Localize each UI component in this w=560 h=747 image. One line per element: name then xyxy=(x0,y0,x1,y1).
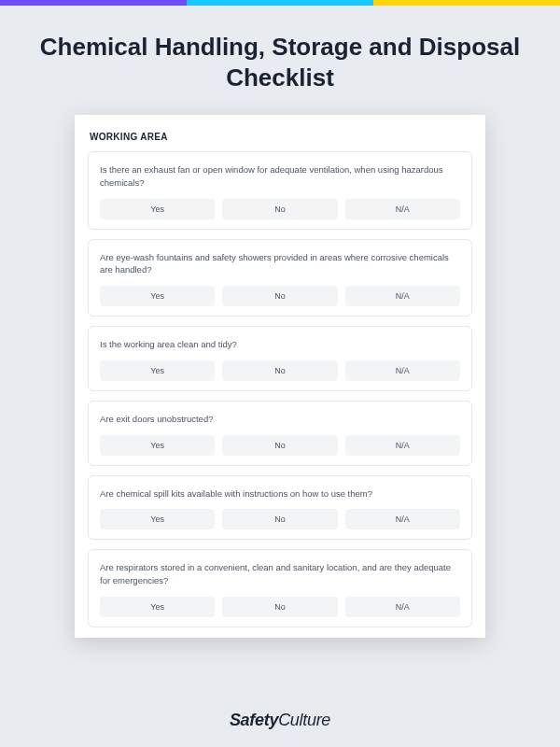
answer-no-button[interactable]: No xyxy=(222,286,337,306)
question-card: Are respirators stored in a convenient, … xyxy=(88,549,472,627)
brand-bold: Safety xyxy=(230,711,278,729)
question-card: Are chemical spill kits available with i… xyxy=(88,475,472,541)
bar-segment-purple xyxy=(0,0,187,6)
answer-yes-button[interactable]: Yes xyxy=(100,509,215,529)
section-header-working-area: WORKING AREA xyxy=(90,132,470,142)
answer-yes-button[interactable]: Yes xyxy=(100,286,215,306)
question-text: Is there an exhaust fan or open window f… xyxy=(100,163,460,190)
question-card: Are eye-wash fountains and safety shower… xyxy=(88,239,472,317)
brand-light: Culture xyxy=(278,711,330,729)
checklist-form: WORKING AREA Is there an exhaust fan or … xyxy=(75,115,485,638)
answer-no-button[interactable]: No xyxy=(222,435,337,456)
answer-na-button[interactable]: N/A xyxy=(345,509,460,529)
question-card: Are exit doors unobstructed? Yes No N/A xyxy=(88,401,472,466)
answer-na-button[interactable]: N/A xyxy=(345,286,460,306)
answer-row: Yes No N/A xyxy=(100,509,460,529)
answer-yes-button[interactable]: Yes xyxy=(100,199,215,219)
answer-no-button[interactable]: No xyxy=(222,509,337,529)
question-card: Is there an exhaust fan or open window f… xyxy=(88,151,472,230)
question-text: Are exit doors unobstructed? xyxy=(100,413,460,426)
question-text: Is the working area clean and tidy? xyxy=(100,338,460,351)
answer-no-button[interactable]: No xyxy=(222,199,337,219)
brand-logo: SafetyCulture xyxy=(0,711,560,730)
bar-segment-cyan xyxy=(187,0,373,6)
question-text: Are eye-wash fountains and safety shower… xyxy=(100,251,460,277)
answer-row: Yes No N/A xyxy=(100,286,460,306)
answer-row: Yes No N/A xyxy=(100,597,460,617)
question-text: Are chemical spill kits available with i… xyxy=(100,487,460,500)
answer-no-button[interactable]: No xyxy=(222,597,337,617)
question-card: Is the working area clean and tidy? Yes … xyxy=(88,326,472,391)
answer-no-button[interactable]: No xyxy=(222,360,337,381)
answer-yes-button[interactable]: Yes xyxy=(100,597,215,617)
answer-na-button[interactable]: N/A xyxy=(345,199,460,219)
answer-row: Yes No N/A xyxy=(100,199,460,219)
answer-na-button[interactable]: N/A xyxy=(345,360,460,381)
page-title: Chemical Handling, Storage and Disposal … xyxy=(37,32,523,92)
question-text: Are respirators stored in a convenient, … xyxy=(100,561,460,587)
answer-row: Yes No N/A xyxy=(100,435,460,456)
top-accent-bar xyxy=(0,0,560,6)
answer-na-button[interactable]: N/A xyxy=(345,435,460,456)
answer-row: Yes No N/A xyxy=(100,360,460,381)
answer-na-button[interactable]: N/A xyxy=(345,597,460,617)
bar-segment-yellow xyxy=(373,0,560,6)
answer-yes-button[interactable]: Yes xyxy=(100,360,215,381)
answer-yes-button[interactable]: Yes xyxy=(100,435,215,456)
